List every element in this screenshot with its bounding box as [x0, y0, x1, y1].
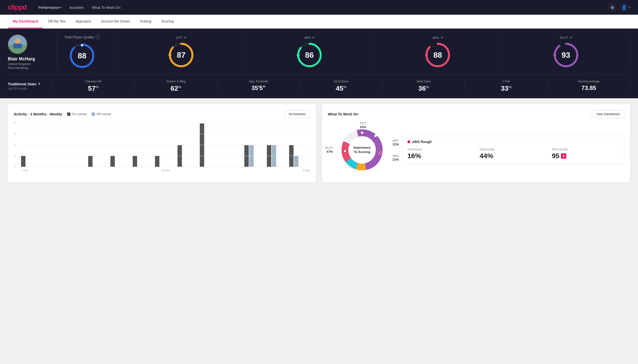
- logo: clippd: [8, 4, 27, 11]
- activity-chart: 4 3 2 1 0: [14, 123, 310, 177]
- stats-items: Fairways Hit 57% Greens In Reg 62% App. …: [52, 80, 630, 92]
- ann-arg: ARG 21%: [392, 154, 399, 161]
- tab-scoring[interactable]: Scoring: [156, 15, 178, 28]
- donut-center-label: ImportanceTo Scoring: [353, 146, 371, 154]
- legend-on-course: On course: [67, 112, 87, 116]
- bar-week-8: [177, 145, 198, 167]
- stat-scoring-avg: Scoring Average 73.85: [547, 80, 630, 92]
- score-app: APP↗ 86: [245, 36, 374, 68]
- tab-my-dashboard[interactable]: My Dashboard: [8, 15, 43, 28]
- ann-app: APP 12%: [392, 139, 399, 146]
- bars-container: [21, 123, 310, 167]
- tab-approach[interactable]: Approach: [71, 15, 96, 28]
- help-icon[interactable]: ?: [95, 35, 100, 39]
- bar-week-12: [267, 145, 288, 167]
- putt-circle: 93: [553, 42, 579, 68]
- player-handicap: Plus Handicap: [8, 66, 47, 70]
- donut-wrapper: PUTT 57%: [328, 123, 396, 177]
- user-menu[interactable]: 👤 ▾: [620, 4, 630, 11]
- stat-sandsave: Sand Save 36%: [382, 80, 465, 92]
- stat-oneputt: 1 Putt 33%: [465, 80, 547, 92]
- stat-updown: Up & Down 45%: [300, 80, 382, 92]
- svg-point-12: [297, 54, 299, 56]
- svg-point-27: [344, 150, 346, 152]
- bar-week-9: [200, 124, 221, 167]
- stats-left: Traditional Stats ? Last 20 rounds: [8, 82, 52, 90]
- bar-week-7: [155, 156, 176, 167]
- user-avatar[interactable]: 👤: [620, 4, 628, 11]
- tab-around-the-green[interactable]: Around the Green: [96, 15, 135, 28]
- bar-week-6: [133, 156, 154, 167]
- app-circle: 86: [296, 42, 323, 68]
- tab-putting[interactable]: Putting: [135, 15, 156, 28]
- bar-week-13: [289, 145, 310, 167]
- all-activities-button[interactable]: All Activities: [284, 110, 310, 118]
- total-quality-label: Total Player Quality ?: [64, 35, 100, 39]
- card-dot: [407, 140, 410, 143]
- bar-week-11: [244, 145, 265, 167]
- activity-panel-header: Activity - 3 Months - Weekly On course O…: [14, 110, 310, 118]
- bar-week-2: [43, 167, 64, 167]
- arg-rough-card: ARG Rough Importance 16% Opportunity 44%: [402, 136, 624, 164]
- activity-title: Activity - 3 Months - Weekly: [14, 112, 62, 116]
- main-nav: Performance ▾ Activities What To Work On: [38, 6, 120, 10]
- arg-circle: 88: [424, 42, 451, 68]
- svg-point-18: [554, 54, 556, 56]
- stat-proximity: App. Proximity 35'5": [217, 80, 300, 92]
- flag-icon: ⬇: [561, 153, 566, 159]
- player-name: Blair McHarg: [8, 56, 47, 62]
- work-on-panel: What To Work On View Dashboard PUTT 57%: [322, 104, 630, 182]
- work-on-title: What To Work On: [328, 112, 358, 116]
- activity-panel: Activity - 3 Months - Weekly On course O…: [8, 104, 316, 182]
- player-avatar: [8, 34, 28, 54]
- ann-ott: OTT 10%: [360, 122, 366, 129]
- traditional-stats-section: Traditional Stats ? Last 20 rounds Fairw…: [8, 75, 630, 92]
- x-label-may: 9 May: [303, 169, 310, 172]
- add-button[interactable]: ⊕: [608, 4, 616, 11]
- bar-week-10: [222, 167, 243, 167]
- score-arg: ARG↗ 88: [374, 36, 502, 68]
- svg-point-9: [169, 54, 171, 56]
- tab-off-the-tee[interactable]: Off the Tee: [43, 15, 71, 28]
- nav-what-to-work-on[interactable]: What To Work On: [92, 6, 121, 10]
- sub-nav: My Dashboard Off the Tee Approach Around…: [0, 15, 638, 28]
- view-dashboard-button[interactable]: View Dashboard: [592, 110, 624, 118]
- dashboard: Blair McHarg United Kingdom Plus Handica…: [0, 28, 638, 98]
- x-axis: 7 Feb 28 Mar 9 May: [21, 169, 310, 172]
- ann-putt: PUTT 57%: [325, 146, 333, 154]
- nav-activities[interactable]: Activities: [69, 6, 84, 10]
- legend-off-course: Off course: [92, 112, 111, 116]
- svg-point-24: [361, 132, 363, 134]
- stats-title: Traditional Stats ?: [8, 82, 52, 86]
- tpq-value: 88: [78, 51, 87, 60]
- score-putt: PUTT↗ 93: [502, 36, 630, 68]
- bottom-panels: Activity - 3 Months - Weekly On course O…: [0, 98, 638, 188]
- stats-help-icon[interactable]: ?: [38, 82, 40, 86]
- work-on-header: What To Work On View Dashboard: [328, 110, 624, 118]
- legend-dot-off: [92, 112, 95, 116]
- player-country: United Kingdom: [8, 62, 47, 66]
- metric-shot-quality: Shot Quality 95 ⬇: [552, 148, 619, 160]
- svg-point-2: [15, 38, 21, 44]
- stat-gir: Greens In Reg 62%: [134, 80, 217, 92]
- svg-point-15: [425, 54, 428, 56]
- metric-opportunity: Opportunity 44%: [480, 148, 547, 160]
- info-metrics: Importance 16% Opportunity 44% Shot Qual…: [407, 148, 619, 160]
- player-info: Blair McHarg United Kingdom Plus Handica…: [8, 34, 47, 70]
- player-section: Blair McHarg United Kingdom Plus Handica…: [8, 34, 630, 75]
- nav-performance[interactable]: Performance ▾: [38, 6, 62, 10]
- ott-circle: 87: [168, 42, 195, 68]
- svg-point-26: [379, 152, 382, 154]
- stat-fairways: Fairways Hit 57%: [52, 80, 134, 92]
- category-scores: OTT↗ 87 APP↗: [117, 36, 630, 68]
- legend-dot-on: [67, 112, 71, 116]
- x-label-feb: 7 Feb: [21, 169, 28, 172]
- bar-week-1: [21, 156, 42, 167]
- header: clippd Performance ▾ Activities What To …: [0, 0, 638, 15]
- svg-point-6: [81, 44, 83, 46]
- chart-bars: 4 3 2 1 0: [21, 123, 310, 167]
- chart-legend: On course Off course: [67, 112, 111, 116]
- svg-point-25: [374, 135, 377, 137]
- svg-rect-3: [14, 44, 22, 48]
- x-label-mar: 28 Mar: [161, 169, 169, 172]
